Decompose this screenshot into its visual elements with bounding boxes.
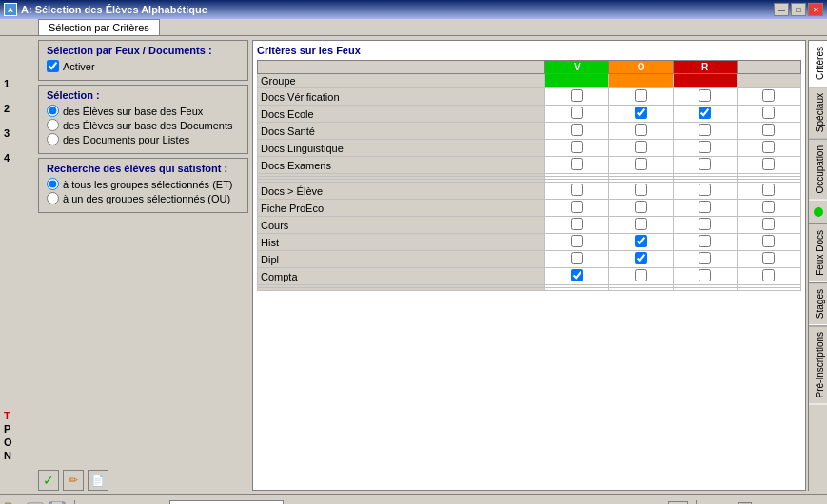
checkbox-4-r[interactable] xyxy=(699,141,711,153)
cell-14-o[interactable] xyxy=(609,268,673,285)
cell-13-v[interactable] xyxy=(545,251,609,268)
sidebar-tab-criteres[interactable]: Critères xyxy=(809,40,827,87)
groupe-cell-r[interactable] xyxy=(673,74,737,88)
groupe-cell-o[interactable] xyxy=(609,74,673,88)
checkbox-11-r[interactable] xyxy=(699,218,711,230)
checkbox-14-r[interactable] xyxy=(699,269,711,281)
activate-checkbox[interactable] xyxy=(47,60,59,72)
status-icon-open[interactable] xyxy=(26,499,45,505)
cell-11-r[interactable] xyxy=(673,217,737,234)
pencil-action-button[interactable]: ✏ xyxy=(63,470,84,491)
cell-4-r[interactable] xyxy=(673,140,737,157)
checkbox-14-e[interactable] xyxy=(762,269,775,281)
checkbox-12-o[interactable] xyxy=(635,235,647,247)
cell-1-e[interactable] xyxy=(737,88,800,106)
checkbox-13-r[interactable] xyxy=(699,252,711,264)
radio-et[interactable] xyxy=(47,178,59,190)
cell-14-v[interactable] xyxy=(545,268,609,285)
cell-1-r[interactable] xyxy=(673,88,737,106)
checkbox-9-r[interactable] xyxy=(699,184,711,196)
sidebar-tab-pre-inscriptions[interactable]: Pré-Inscriptions xyxy=(809,325,827,404)
cell-2-e[interactable] xyxy=(737,106,800,123)
checkbox-10-r[interactable] xyxy=(699,201,711,213)
checkbox-1-r[interactable] xyxy=(699,89,711,102)
checkbox-3-o[interactable] xyxy=(635,124,647,136)
cell-12-r[interactable] xyxy=(673,234,737,251)
checkbox-3-r[interactable] xyxy=(699,124,711,136)
radio-eleves-docs[interactable] xyxy=(47,119,59,131)
minimize-button[interactable]: — xyxy=(774,3,789,16)
cell-9-e[interactable] xyxy=(737,183,800,200)
checkbox-4-v[interactable] xyxy=(571,141,583,153)
checkbox-1-o[interactable] xyxy=(635,89,647,102)
status-icon-folder[interactable] xyxy=(4,499,23,505)
cell-10-r[interactable] xyxy=(673,200,737,217)
checkbox-14-o[interactable] xyxy=(635,269,647,281)
cell-5-v[interactable] xyxy=(545,157,609,174)
cell-13-e[interactable] xyxy=(737,251,800,268)
arrow-right-button[interactable]: → xyxy=(643,499,664,505)
tab-selection-criteres[interactable]: Sélection par Critères xyxy=(38,19,160,35)
cell-10-v[interactable] xyxy=(545,200,609,217)
cell-4-e[interactable] xyxy=(737,140,800,157)
cell-13-r[interactable] xyxy=(673,251,737,268)
sidebar-tab-speciaux[interactable]: Spéciaux xyxy=(809,87,827,139)
checkbox-1-v[interactable] xyxy=(571,89,583,102)
checkbox-9-o[interactable] xyxy=(635,184,647,196)
checkbox-4-e[interactable] xyxy=(762,141,775,153)
groupe-cell-v[interactable] xyxy=(545,74,609,88)
status-icon-save[interactable] xyxy=(48,499,67,505)
checkbox-14-v[interactable] xyxy=(571,269,583,281)
groupe-cell-e[interactable] xyxy=(737,74,800,88)
cell-12-o[interactable] xyxy=(609,234,673,251)
checkbox-3-v[interactable] xyxy=(571,124,583,136)
cell-12-v[interactable] xyxy=(545,234,609,251)
close-button[interactable]: ✕ xyxy=(808,3,823,16)
checkbox-5-v[interactable] xyxy=(571,158,583,170)
nom-input[interactable] xyxy=(169,500,284,505)
checkbox-10-o[interactable] xyxy=(635,201,647,213)
maximize-button[interactable]: □ xyxy=(791,3,806,16)
cell-13-o[interactable] xyxy=(609,251,673,268)
doc-action-button[interactable]: 📄 xyxy=(88,470,108,491)
checkbox-1-e[interactable] xyxy=(762,89,775,102)
cell-2-v[interactable] xyxy=(545,106,609,123)
checkbox-10-e[interactable] xyxy=(762,201,775,213)
checkbox-3-e[interactable] xyxy=(762,124,775,136)
checkbox-13-v[interactable] xyxy=(571,252,583,264)
cell-4-o[interactable] xyxy=(609,140,673,157)
check-action-button[interactable]: ✓ xyxy=(38,470,59,491)
cell-5-r[interactable] xyxy=(673,157,737,174)
sidebar-tab-occupation[interactable]: Occupation xyxy=(809,139,827,201)
checkbox-5-r[interactable] xyxy=(699,158,711,170)
cell-2-o[interactable] xyxy=(609,106,673,123)
checkbox-4-o[interactable] xyxy=(635,141,647,153)
cell-9-v[interactable] xyxy=(545,183,609,200)
hash-button[interactable]: {#} xyxy=(668,501,688,505)
cell-3-r[interactable] xyxy=(673,123,737,140)
checkbox-2-o[interactable] xyxy=(635,107,647,119)
cell-14-e[interactable] xyxy=(737,268,800,285)
cell-10-e[interactable] xyxy=(737,200,800,217)
radio-docs-listes[interactable] xyxy=(47,133,59,145)
sidebar-tab-feux-docs[interactable]: Feux Docs xyxy=(809,223,827,282)
checkbox-5-e[interactable] xyxy=(762,158,775,170)
checkbox-9-v[interactable] xyxy=(571,184,583,196)
checkbox-13-o[interactable] xyxy=(635,252,647,264)
cell-10-o[interactable] xyxy=(609,200,673,217)
radio-ou[interactable] xyxy=(47,192,59,204)
cell-1-v[interactable] xyxy=(545,88,609,106)
ok-button[interactable]: ✓ OK xyxy=(704,501,733,505)
cell-3-o[interactable] xyxy=(609,123,673,140)
cell-14-r[interactable] xyxy=(673,268,737,285)
checkbox-5-o[interactable] xyxy=(635,158,647,170)
checkbox-2-v[interactable] xyxy=(571,107,583,119)
checkbox-12-v[interactable] xyxy=(571,235,583,247)
checkbox-11-e[interactable] xyxy=(762,218,775,230)
checkbox-11-o[interactable] xyxy=(635,218,647,230)
sidebar-tab-stages[interactable]: Stages xyxy=(809,282,827,325)
checkbox-12-e[interactable] xyxy=(762,235,775,247)
cell-11-o[interactable] xyxy=(609,217,673,234)
checkbox-11-v[interactable] xyxy=(571,218,583,230)
cell-4-v[interactable] xyxy=(545,140,609,157)
